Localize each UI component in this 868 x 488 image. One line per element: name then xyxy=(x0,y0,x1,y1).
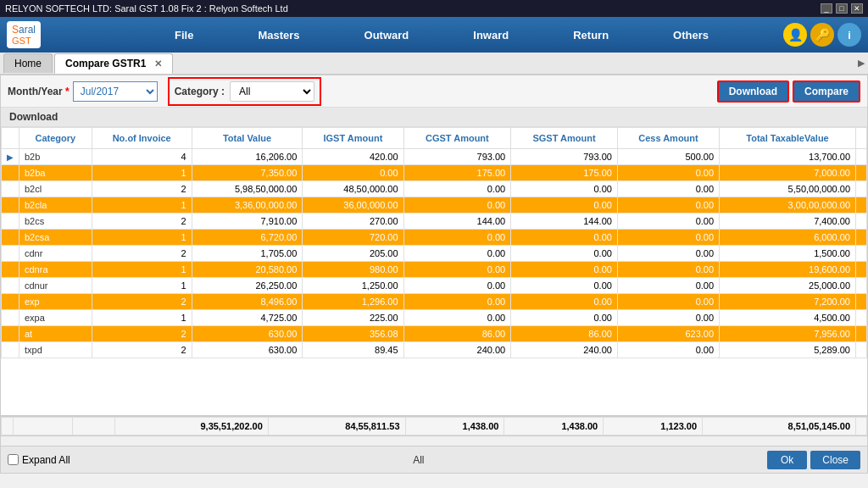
cell-category: b2cl xyxy=(19,181,92,197)
cell-taxable: 5,50,00,000.00 xyxy=(720,181,856,197)
cell-category: b2csa xyxy=(19,230,92,246)
logo-aral: aral xyxy=(19,24,36,36)
tab-compare-gstr1[interactable]: Compare GSTR1 ✕ xyxy=(54,53,173,74)
cell-totalValue: 630.00 xyxy=(192,342,303,358)
download-button[interactable]: Download xyxy=(717,80,789,103)
required-indicator: * xyxy=(65,86,70,97)
cell-taxable: 1,500.00 xyxy=(720,246,856,262)
cell-sgst: 144.00 xyxy=(511,214,618,230)
cell-category: b2cla xyxy=(19,197,92,214)
table-row: b2cla13,36,00,000.0036,00,000.000.000.00… xyxy=(2,197,867,214)
totals-table: 9,35,51,202.00 84,55,811.53 1,438.00 1,4… xyxy=(1,417,867,435)
cell-totalValue: 20,580.00 xyxy=(192,262,303,278)
table-row: expa14,725.00225.000.000.000.004,500.00 xyxy=(2,310,867,326)
table-row: exp28,496.001,296.000.000.000.007,200.00 xyxy=(2,294,867,310)
col-sgst: SGST Amount xyxy=(511,128,618,149)
nav-return[interactable]: Return xyxy=(566,25,615,45)
maximize-button[interactable]: □ xyxy=(836,3,848,14)
top-nav: Saral GST File Masters Outward Inward Re… xyxy=(0,17,868,53)
logo-s: S xyxy=(12,24,19,36)
nav-others[interactable]: Others xyxy=(666,25,715,45)
cell-igst: 420.00 xyxy=(303,149,403,165)
cell-cgst: 240.00 xyxy=(403,342,511,358)
cell-category: exp xyxy=(19,294,92,310)
cell-cess: 0.00 xyxy=(617,294,719,310)
cell-invoice: 1 xyxy=(92,262,192,278)
section-label: Download xyxy=(1,108,867,127)
tab-scroll-arrow[interactable]: ▶ xyxy=(858,58,865,69)
col-igst: IGST Amount xyxy=(303,128,403,149)
cell-igst: 720.00 xyxy=(303,230,403,246)
cell-totalValue: 7,350.00 xyxy=(192,165,303,181)
cell-sgst: 0.00 xyxy=(511,262,618,278)
cell-sgst: 240.00 xyxy=(511,342,618,358)
cell-igst: 980.00 xyxy=(303,262,403,278)
close-button[interactable]: Close xyxy=(810,451,860,469)
cell-igst: 270.00 xyxy=(303,214,403,230)
expand-all-checkbox[interactable]: Expand All xyxy=(8,454,70,466)
cell-taxable: 7,400.00 xyxy=(720,214,856,230)
cell-invoice: 2 xyxy=(92,246,192,262)
table-row: b2cs27,910.00270.00144.00144.000.007,400… xyxy=(2,214,867,230)
nav-file[interactable]: File xyxy=(168,25,200,45)
cell-totalValue: 16,206.00 xyxy=(192,149,303,165)
total-cess: 1,123.00 xyxy=(604,418,703,435)
tab-home[interactable]: Home xyxy=(3,53,53,73)
bottom-bar: Expand All All Ok Close xyxy=(1,446,867,473)
col-category: Category xyxy=(19,128,92,149)
user-icon[interactable]: 👤 xyxy=(783,23,807,47)
cell-cgst: 0.00 xyxy=(403,294,511,310)
tab-close-button[interactable]: ✕ xyxy=(154,58,162,69)
minimize-button[interactable]: _ xyxy=(821,3,832,14)
key-icon[interactable]: 🔑 xyxy=(810,23,834,47)
cell-cess: 0.00 xyxy=(617,181,719,197)
ok-button[interactable]: Ok xyxy=(767,451,807,469)
cell-cgst: 144.00 xyxy=(403,214,511,230)
category-select[interactable]: All xyxy=(230,81,314,102)
expand-all-input[interactable] xyxy=(8,454,19,465)
nav-inward[interactable]: Inward xyxy=(466,25,515,45)
table-row: txpd2630.0089.45240.00240.000.005,289.00 xyxy=(2,342,867,358)
month-year-select[interactable]: Jul/2017 xyxy=(73,81,158,102)
table-row: b2ba17,350.000.00175.00175.000.007,000.0… xyxy=(2,165,867,181)
cell-totalValue: 7,910.00 xyxy=(192,214,303,230)
cell-taxable: 13,700.00 xyxy=(720,149,856,165)
col-cgst: CGST Amount xyxy=(403,128,511,149)
cell-igst: 1,250.00 xyxy=(303,278,403,294)
info-icon[interactable]: i xyxy=(837,23,861,47)
logo-gst: GST xyxy=(12,36,36,46)
month-year-field: Month/Year * Jul/2017 xyxy=(8,81,158,102)
cell-category: txpd xyxy=(19,342,92,358)
nav-masters[interactable]: Masters xyxy=(251,25,306,45)
cell-invoice: 2 xyxy=(92,294,192,310)
horizontal-scroll[interactable] xyxy=(1,435,867,446)
cell-sgst: 0.00 xyxy=(511,197,618,214)
cell-invoice: 1 xyxy=(92,230,192,246)
cell-cess: 0.00 xyxy=(617,197,719,214)
cell-igst: 205.00 xyxy=(303,246,403,262)
cell-cess: 0.00 xyxy=(617,262,719,278)
cell-totalValue: 1,705.00 xyxy=(192,246,303,262)
category-field: Category : All xyxy=(168,77,321,106)
cell-taxable: 25,000.00 xyxy=(720,278,856,294)
cell-cess: 0.00 xyxy=(617,246,719,262)
close-window-button[interactable]: ✕ xyxy=(851,3,863,14)
cell-category: b2cs xyxy=(19,214,92,230)
cell-igst: 0.00 xyxy=(303,165,403,181)
cell-sgst: 0.00 xyxy=(511,246,618,262)
cell-invoice: 2 xyxy=(92,214,192,230)
compare-button[interactable]: Compare xyxy=(793,80,860,103)
table-row: cdnr21,705.00205.000.000.000.001,500.00 xyxy=(2,246,867,262)
toolbar-actions: Download Compare xyxy=(717,80,860,103)
cell-cgst: 0.00 xyxy=(403,262,511,278)
cell-igst: 89.45 xyxy=(303,342,403,358)
table-container[interactable]: Category No.of Invoice Total Value IGST … xyxy=(1,127,867,415)
row-expand-arrow[interactable]: ▶ xyxy=(7,152,14,162)
cell-cess: 623.00 xyxy=(617,326,719,342)
cell-cess: 0.00 xyxy=(617,165,719,181)
nav-outward[interactable]: Outward xyxy=(358,25,416,45)
cell-cgst: 175.00 xyxy=(403,165,511,181)
cell-taxable: 7,200.00 xyxy=(720,294,856,310)
cell-taxable: 6,000.00 xyxy=(720,230,856,246)
cell-category: b2b xyxy=(19,149,92,165)
